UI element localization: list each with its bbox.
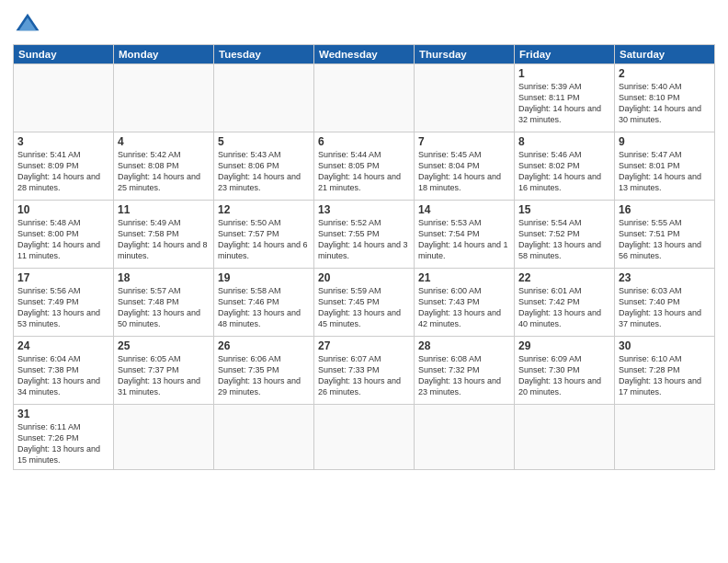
day-info: Sunrise: 5:49 AMSunset: 7:58 PMDaylight:…	[118, 217, 210, 262]
calendar-cell: 26Sunrise: 6:06 AMSunset: 7:35 PMDayligh…	[214, 337, 314, 405]
day-number: 29	[518, 339, 610, 352]
day-info: Sunrise: 5:59 AMSunset: 7:45 PMDaylight:…	[318, 285, 410, 330]
calendar-cell: 7Sunrise: 5:45 AMSunset: 8:04 PMDaylight…	[415, 132, 515, 201]
day-number: 1	[518, 67, 610, 80]
day-number: 24	[17, 339, 109, 352]
day-number: 5	[218, 135, 310, 148]
day-number: 12	[218, 203, 310, 216]
header-row: SundayMondayTuesdayWednesdayThursdayFrid…	[14, 45, 715, 64]
day-info: Sunrise: 5:45 AMSunset: 8:04 PMDaylight:…	[418, 149, 510, 194]
day-info: Sunrise: 5:43 AMSunset: 8:06 PMDaylight:…	[218, 149, 310, 194]
day-info: Sunrise: 5:53 AMSunset: 7:54 PMDaylight:…	[418, 217, 510, 262]
day-info: Sunrise: 5:47 AMSunset: 8:01 PMDaylight:…	[619, 149, 711, 194]
col-header-wednesday: Wednesday	[314, 45, 415, 64]
calendar-cell: 9Sunrise: 5:47 AMSunset: 8:01 PMDaylight…	[615, 132, 715, 201]
col-header-saturday: Saturday	[615, 45, 715, 64]
day-number: 13	[318, 203, 410, 216]
day-number: 9	[619, 135, 711, 148]
calendar-cell: 22Sunrise: 6:01 AMSunset: 7:42 PMDayligh…	[515, 269, 615, 337]
calendar-cell: 31Sunrise: 6:11 AMSunset: 7:26 PMDayligh…	[14, 405, 114, 470]
calendar-cell	[314, 64, 415, 132]
calendar-cell: 23Sunrise: 6:03 AMSunset: 7:40 PMDayligh…	[615, 269, 715, 337]
day-number: 10	[17, 203, 109, 216]
day-number: 2	[619, 67, 711, 80]
calendar-table: SundayMondayTuesdayWednesdayThursdayFrid…	[13, 44, 715, 470]
week-row-1: 3Sunrise: 5:41 AMSunset: 8:09 PMDaylight…	[14, 132, 715, 201]
day-info: Sunrise: 5:42 AMSunset: 8:08 PMDaylight:…	[118, 149, 210, 194]
calendar-cell: 10Sunrise: 5:48 AMSunset: 8:00 PMDayligh…	[14, 201, 114, 269]
page: SundayMondayTuesdayWednesdayThursdayFrid…	[0, 0, 728, 563]
calendar-cell: 12Sunrise: 5:50 AMSunset: 7:57 PMDayligh…	[214, 201, 314, 269]
day-number: 3	[17, 135, 109, 148]
calendar-cell: 4Sunrise: 5:42 AMSunset: 8:08 PMDaylight…	[114, 132, 214, 201]
calendar-cell: 14Sunrise: 5:53 AMSunset: 7:54 PMDayligh…	[415, 201, 515, 269]
day-info: Sunrise: 6:00 AMSunset: 7:43 PMDaylight:…	[418, 285, 510, 330]
calendar-cell: 2Sunrise: 5:40 AMSunset: 8:10 PMDaylight…	[615, 64, 715, 132]
calendar-cell: 15Sunrise: 5:54 AMSunset: 7:52 PMDayligh…	[515, 201, 615, 269]
calendar-cell: 28Sunrise: 6:08 AMSunset: 7:32 PMDayligh…	[415, 337, 515, 405]
calendar-cell: 30Sunrise: 6:10 AMSunset: 7:28 PMDayligh…	[615, 337, 715, 405]
calendar-cell: 20Sunrise: 5:59 AMSunset: 7:45 PMDayligh…	[314, 269, 415, 337]
week-row-2: 10Sunrise: 5:48 AMSunset: 8:00 PMDayligh…	[14, 201, 715, 269]
col-header-thursday: Thursday	[415, 45, 515, 64]
calendar-cell: 13Sunrise: 5:52 AMSunset: 7:55 PMDayligh…	[314, 201, 415, 269]
calendar-cell	[214, 64, 314, 132]
day-number: 15	[518, 203, 610, 216]
day-number: 16	[619, 203, 711, 216]
calendar-cell: 18Sunrise: 5:57 AMSunset: 7:48 PMDayligh…	[114, 269, 214, 337]
week-row-0: 1Sunrise: 5:39 AMSunset: 8:11 PMDaylight…	[14, 64, 715, 132]
day-number: 18	[118, 271, 210, 284]
day-info: Sunrise: 6:03 AMSunset: 7:40 PMDaylight:…	[619, 285, 711, 330]
day-info: Sunrise: 5:52 AMSunset: 7:55 PMDaylight:…	[318, 217, 410, 262]
calendar-cell	[114, 64, 214, 132]
day-info: Sunrise: 5:54 AMSunset: 7:52 PMDaylight:…	[518, 217, 610, 262]
day-info: Sunrise: 6:10 AMSunset: 7:28 PMDaylight:…	[619, 353, 711, 398]
day-info: Sunrise: 6:04 AMSunset: 7:38 PMDaylight:…	[17, 353, 109, 398]
day-info: Sunrise: 6:05 AMSunset: 7:37 PMDaylight:…	[118, 353, 210, 398]
week-row-3: 17Sunrise: 5:56 AMSunset: 7:49 PMDayligh…	[14, 269, 715, 337]
calendar-cell	[114, 405, 214, 470]
calendar-cell	[415, 64, 515, 132]
calendar-cell: 17Sunrise: 5:56 AMSunset: 7:49 PMDayligh…	[14, 269, 114, 337]
calendar-cell: 11Sunrise: 5:49 AMSunset: 7:58 PMDayligh…	[114, 201, 214, 269]
calendar-cell	[515, 405, 615, 470]
calendar-cell	[314, 405, 415, 470]
calendar-cell	[14, 64, 114, 132]
col-header-monday: Monday	[114, 45, 214, 64]
day-info: Sunrise: 5:46 AMSunset: 8:02 PMDaylight:…	[518, 149, 610, 194]
week-row-5: 31Sunrise: 6:11 AMSunset: 7:26 PMDayligh…	[14, 405, 715, 470]
col-header-sunday: Sunday	[14, 45, 114, 64]
day-number: 14	[418, 203, 510, 216]
day-info: Sunrise: 5:50 AMSunset: 7:57 PMDaylight:…	[218, 217, 310, 262]
calendar-cell: 6Sunrise: 5:44 AMSunset: 8:05 PMDaylight…	[314, 132, 415, 201]
day-number: 28	[418, 339, 510, 352]
calendar-cell: 29Sunrise: 6:09 AMSunset: 7:30 PMDayligh…	[515, 337, 615, 405]
col-header-friday: Friday	[515, 45, 615, 64]
day-info: Sunrise: 6:08 AMSunset: 7:32 PMDaylight:…	[418, 353, 510, 398]
calendar-cell: 19Sunrise: 5:58 AMSunset: 7:46 PMDayligh…	[214, 269, 314, 337]
calendar-cell: 16Sunrise: 5:55 AMSunset: 7:51 PMDayligh…	[615, 201, 715, 269]
calendar-cell	[214, 405, 314, 470]
week-row-4: 24Sunrise: 6:04 AMSunset: 7:38 PMDayligh…	[14, 337, 715, 405]
day-info: Sunrise: 5:44 AMSunset: 8:05 PMDaylight:…	[318, 149, 410, 194]
day-number: 4	[118, 135, 210, 148]
calendar-cell: 1Sunrise: 5:39 AMSunset: 8:11 PMDaylight…	[515, 64, 615, 132]
day-info: Sunrise: 5:55 AMSunset: 7:51 PMDaylight:…	[619, 217, 711, 262]
calendar-cell	[415, 405, 515, 470]
day-number: 17	[17, 271, 109, 284]
calendar-cell: 27Sunrise: 6:07 AMSunset: 7:33 PMDayligh…	[314, 337, 415, 405]
calendar-cell: 3Sunrise: 5:41 AMSunset: 8:09 PMDaylight…	[14, 132, 114, 201]
logo	[13, 9, 40, 39]
day-info: Sunrise: 5:39 AMSunset: 8:11 PMDaylight:…	[518, 81, 610, 126]
day-info: Sunrise: 6:01 AMSunset: 7:42 PMDaylight:…	[518, 285, 610, 330]
header	[13, 9, 715, 39]
day-number: 7	[418, 135, 510, 148]
day-number: 21	[418, 271, 510, 284]
calendar-cell: 8Sunrise: 5:46 AMSunset: 8:02 PMDaylight…	[515, 132, 615, 201]
day-info: Sunrise: 5:41 AMSunset: 8:09 PMDaylight:…	[17, 149, 109, 194]
logo-icon	[15, 9, 40, 35]
day-number: 26	[218, 339, 310, 352]
calendar-cell: 21Sunrise: 6:00 AMSunset: 7:43 PMDayligh…	[415, 269, 515, 337]
day-info: Sunrise: 5:48 AMSunset: 8:00 PMDaylight:…	[17, 217, 109, 262]
day-number: 6	[318, 135, 410, 148]
